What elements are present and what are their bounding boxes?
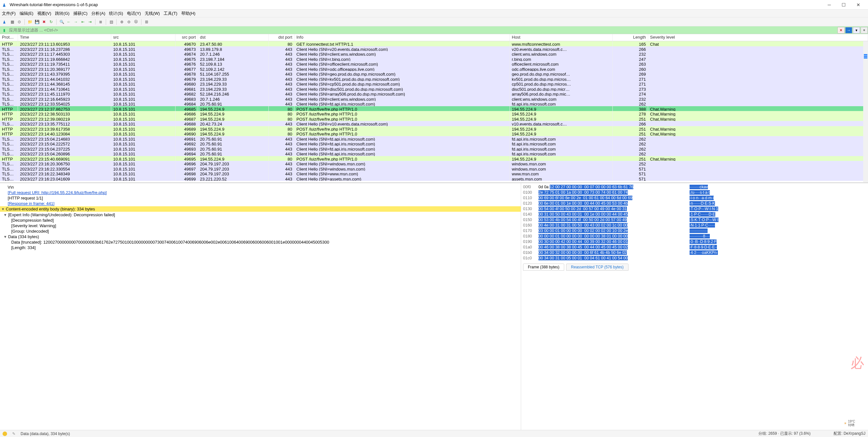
severity-level: [Severity level: Warning] — [11, 223, 56, 228]
table-row[interactable]: TLS…2023/227 23:16:20.30675010.8.15.1014… — [0, 161, 868, 166]
table-row[interactable]: TLS…2023/227 23:12:16.64592310.8.15.1014… — [0, 96, 868, 101]
table-row[interactable]: TLS…2023/227 23:16:23.04160910.8.15.1014… — [0, 176, 868, 181]
tab-frame[interactable]: Frame (388 bytes) — [523, 264, 564, 271]
reload-icon[interactable]: ↻ — [48, 19, 54, 25]
hex-row: 01b000 34 00 32 00 00 00 00 00 6f 61 4b … — [523, 250, 866, 256]
caret-down-icon[interactable]: ▾ — [4, 212, 8, 217]
menu-item[interactable]: 分析(A) — [91, 10, 105, 17]
colorize-icon[interactable]: ▤ — [108, 19, 115, 25]
gear-icon[interactable]: ⊙ — [16, 19, 23, 25]
autoscroll-icon[interactable]: ≣ — [97, 19, 104, 25]
table-row[interactable]: HTTP2023/227 23:14:40.12308410.8.15.1014… — [0, 131, 868, 136]
menu-item[interactable]: 电话(Y) — [127, 10, 141, 17]
table-row[interactable]: TLS…2023/227 23:11:43.37939510.8.15.1014… — [0, 71, 868, 76]
menu-item[interactable]: 无线(W) — [145, 10, 160, 17]
table-row[interactable]: TLS…2023/227 23:15:04.23722510.8.15.1014… — [0, 146, 868, 151]
zoom-in-icon[interactable]: ⊕ — [119, 19, 125, 25]
table-row[interactable]: TLS…2023/227 23:15:04.26089610.8.15.1014… — [0, 151, 868, 156]
menu-item[interactable]: 视图(V) — [37, 10, 51, 17]
table-row[interactable]: HTTP2023/227 23:13:39.61735810.8.15.1014… — [0, 126, 868, 131]
minimap-scrollbar[interactable] — [863, 41, 868, 182]
caret-down-icon[interactable]: ▾ — [4, 234, 8, 239]
bookmark-icon[interactable]: ▮ — [1, 27, 7, 33]
table-row[interactable]: HTTP2023/227 23:12:39.08021910.8.15.1014… — [0, 116, 868, 121]
hex-row: 015000 53 00 4b 00 54 00 4f 00 50 00 2d … — [523, 217, 866, 223]
table-row[interactable]: TLS…2023/227 23:11:45.11197010.8.15.1014… — [0, 91, 868, 96]
apply-filter-button[interactable]: → — [845, 27, 852, 33]
tab-reassembled[interactable]: Reassembled TCP (576 bytes) — [566, 264, 628, 271]
jump-next-icon[interactable]: ⇥ — [87, 19, 93, 25]
menu-item[interactable]: 跳转(G) — [55, 10, 69, 17]
packet-bytes[interactable]: 00f00d 0a 12 00 27 00 00 00 00 07 00 00 … — [521, 183, 868, 430]
table-row[interactable]: TLS…2023/227 23:13:35.77511210.8.15.1014… — [0, 121, 868, 126]
find-icon[interactable]: 🔍 — [59, 19, 65, 25]
data-truncated: Data [truncated]: 1200270000000070000006… — [11, 240, 329, 244]
hex-row: 01002e 72 75 01 00 1a 00 00 00 73 00 74 … — [523, 190, 866, 195]
menu-item[interactable]: 工具(T) — [164, 10, 178, 17]
table-row[interactable]: TLS…2023/227 23:11:19.73541110.8.15.1014… — [0, 61, 868, 66]
table-row[interactable]: TLS…2023/227 23:11:44.71064110.8.15.1014… — [0, 86, 868, 91]
weather-widget[interactable]: ☀ 19°C 转晴 — [844, 419, 855, 427]
menu-item[interactable]: 捕获(C) — [73, 10, 88, 17]
caret-down-icon[interactable]: ▾ — [2, 206, 6, 212]
status-profile[interactable]: 配置: DeXrpangSJ — [834, 431, 865, 436]
jump-prev-icon[interactable]: ⇤ — [80, 19, 86, 25]
clear-filter-button[interactable]: ✕ — [837, 27, 844, 33]
table-row[interactable]: TLS…2023/227 23:11:17.44530310.8.15.1014… — [0, 51, 868, 56]
packet-details[interactable]: \r\n [Full request URI: http://194.55.22… — [0, 183, 521, 430]
table-row[interactable]: TLS…2023/227 23:16:22.33055410.8.15.1014… — [0, 166, 868, 171]
table-row[interactable]: TLS…2023/227 23:16:22.34834910.8.15.1014… — [0, 171, 868, 176]
hex-row: 01c000 34 00 31 00 05 00 01 00 04 61 00 … — [523, 256, 866, 261]
filter-dropdown-button[interactable]: ▾ — [853, 27, 860, 33]
table-row[interactable]: TLS…2023/227 23:12:33.55402510.8.15.1014… — [0, 101, 868, 106]
save-icon[interactable]: 💾 — [34, 19, 40, 25]
table-row[interactable]: TLS…2023/227 23:11:16.23728610.8.15.1014… — [0, 46, 868, 52]
zoom-reset-icon[interactable]: ⦿ — [133, 19, 139, 25]
maximize-button[interactable]: ☐ — [837, 0, 851, 9]
col-srcport[interactable]: src port — [176, 34, 198, 41]
fin-icon[interactable] — [2, 19, 8, 25]
resize-columns-icon[interactable]: ⊞ — [144, 19, 150, 25]
close-button[interactable]: ✕ — [851, 0, 865, 9]
menu-item[interactable]: 帮助(H) — [181, 10, 195, 17]
table-row[interactable]: TLS…2023/227 23:11:20.36917710.8.15.1014… — [0, 66, 868, 71]
table-row[interactable]: TLS…2023/227 23:15:04.21468310.8.15.1014… — [0, 136, 868, 141]
col-protocol[interactable]: Protocol — [0, 34, 18, 41]
menu-item[interactable]: 编辑(E) — [20, 10, 33, 17]
table-row[interactable]: TLS…2023/227 23:11:44.36814510.8.15.1014… — [0, 81, 868, 86]
table-row[interactable]: HTTP2023/227 23:12:38.50313310.8.15.1014… — [0, 111, 868, 116]
col-info[interactable]: Info — [294, 34, 510, 41]
data-node[interactable]: Data (334 bytes) — [8, 234, 39, 239]
col-dst[interactable]: dst — [198, 34, 269, 41]
prev-icon[interactable]: ← — [66, 19, 72, 25]
close-file-icon[interactable]: ✖ — [41, 19, 47, 25]
capture-filter-icon[interactable]: ✎ — [12, 432, 16, 436]
display-filter-input[interactable] — [8, 26, 837, 34]
full-request-uri[interactable]: [Full request URI: http://194.55.224.9/l… — [8, 190, 107, 195]
open-folder-icon[interactable]: 📁 — [27, 19, 33, 25]
minimize-button[interactable]: ─ — [822, 0, 837, 9]
content-body-node[interactable]: Content-encoded entity body (binary): 33… — [6, 207, 95, 211]
folder-icon[interactable]: ▦ — [9, 19, 16, 25]
table-row[interactable]: TLS…2023/227 23:11:19.66684210.8.15.1014… — [0, 56, 868, 61]
table-row[interactable]: TLS…2023/227 23:15:04.22257210.8.15.1014… — [0, 141, 868, 146]
col-severity[interactable]: Severity level — [648, 34, 868, 41]
status-packets: 分组: 2659 · 已显示: 97 (3.6%) — [758, 431, 810, 436]
col-len[interactable]: Length — [613, 34, 648, 41]
menu-item[interactable]: 统计(S) — [109, 10, 123, 17]
menu-item[interactable]: 文件(F) — [2, 10, 16, 17]
table-row[interactable]: TLS…2023/227 23:11:44.04103210.8.15.1014… — [0, 76, 868, 81]
zoom-out-icon[interactable]: ⊖ — [126, 19, 132, 25]
col-src[interactable]: src — [111, 34, 176, 41]
col-time[interactable]: Time — [18, 34, 111, 41]
table-row[interactable]: HTTP2023/227 23:12:37.86275310.8.15.1014… — [0, 106, 868, 111]
col-dstport[interactable]: dst port — [269, 34, 294, 41]
table-row[interactable]: HTTP2023/227 23:15:40.66909110.8.15.1014… — [0, 156, 868, 161]
table-row[interactable]: HTTP2023/227 23:11:13.60195310.8.15.1014… — [0, 41, 868, 46]
window-title: Wireshark-tutorial-filter-expressions-1-… — [10, 2, 98, 7]
response-in-frame[interactable]: [Response in frame: 441] — [8, 201, 54, 206]
expert-level-icon[interactable] — [3, 432, 7, 436]
add-filter-button[interactable]: + — [861, 27, 868, 33]
next-icon[interactable]: → — [73, 19, 79, 25]
col-host[interactable]: Host — [510, 34, 613, 41]
